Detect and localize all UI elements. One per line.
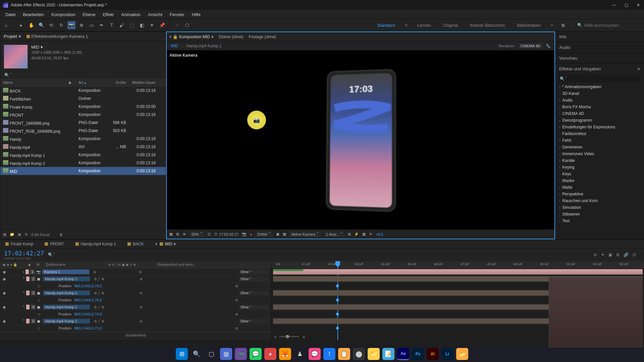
timeline-layer[interactable]: ◉˅2▣Handy.mp4 Komp 1⊛ ╱ ⊕⊚Ohne ˅ — [0, 276, 271, 283]
project-search-icon[interactable]: 🔍˅ — [3, 71, 13, 79]
effect-category[interactable]: ›Boris FX Mocha — [555, 104, 644, 110]
project-item[interactable]: Handy.mp4AVI... MB0:00:13:16 — [0, 143, 166, 151]
effect-category[interactable]: ›Rauschen und Korn — [555, 197, 644, 204]
project-list[interactable]: BACKKomposition0:00:13:16FarbflächenOrdn… — [0, 86, 166, 230]
layer-property[interactable]: ◇Position960,0,540,0,72,0⊚ — [0, 325, 271, 332]
layer-property[interactable]: ◇Position960,0,540,0,76,0⊚ — [0, 297, 271, 304]
tab-effect-controls[interactable]: Effekteinstellungen Kamera 1 — [26, 33, 89, 40]
tl-tool-3[interactable]: ▣ — [608, 252, 612, 257]
workspace-grid-icon[interactable]: ▦ — [561, 23, 565, 27]
menu-file[interactable]: Datei — [2, 11, 19, 18]
effect-category[interactable]: ›Fehlt — [555, 137, 644, 144]
effect-category[interactable]: ›Audio — [555, 97, 644, 104]
workspace-standard[interactable]: Standard — [375, 21, 397, 29]
effect-category[interactable]: ›Maske — [555, 177, 644, 184]
tab-project[interactable]: Projekt ≡ — [3, 33, 22, 40]
mask-icon[interactable]: 👁 — [182, 232, 186, 236]
panel-audio[interactable]: Audio — [555, 42, 644, 53]
timeline-layers[interactable]: ◉›1📷Kamera 1⊛ ⊚Ohne ˅◉˅2▣Handy.mp4 Komp … — [0, 268, 271, 332]
effect-category[interactable]: ›Einstellungen für Expressions — [555, 124, 644, 130]
effect-category[interactable]: ›Dienstprogramm — [555, 117, 644, 124]
project-item[interactable]: FarbflächenOrdner — [0, 95, 166, 103]
new-comp-icon[interactable]: ▣ — [18, 232, 21, 237]
selection-tool[interactable]: ▸ — [17, 21, 25, 29]
grid-icon[interactable]: ⊞ — [176, 232, 179, 236]
workspace-original[interactable]: Original — [441, 21, 460, 29]
effects-list[interactable]: ›* Animationsvorgaben›3D-Kanal›Audio›Bor… — [555, 83, 644, 239]
layer-property[interactable]: ◇Position960,0,540,0,78,0⊚ — [0, 283, 271, 290]
eraser-tool[interactable]: ◧ — [138, 21, 146, 29]
zoom-tool[interactable]: 🔍 — [37, 21, 45, 29]
current-timecode[interactable]: 17:02:42:27 — [4, 250, 44, 257]
renderer-settings-icon[interactable]: 🔧 — [546, 44, 550, 48]
effect-category[interactable]: ›Keys — [555, 171, 644, 177]
workspace-menu-icon[interactable]: ≡ — [405, 23, 407, 27]
timecode-display[interactable]: ⏱ 17:02:42:27 — [214, 232, 238, 236]
effect-category[interactable]: ›Farbkorrektur — [555, 130, 644, 137]
taskbar-app-7[interactable]: 📂 — [456, 348, 468, 360]
project-item[interactable]: BACKKomposition0:00:13:16 — [0, 86, 166, 95]
roto-tool[interactable]: ✦ — [148, 21, 156, 29]
breadcrumb-mid[interactable]: MID — [171, 44, 178, 48]
col-duration[interactable]: Medien-Dauer — [129, 80, 156, 85]
workspace-learn[interactable]: Lernen — [415, 21, 433, 29]
effect-category[interactable]: ›Kanäle — [555, 157, 644, 164]
taskbar-app-6[interactable]: 📝 — [382, 348, 394, 360]
snapshot-icon[interactable]: 📷 — [242, 232, 247, 236]
effect-category[interactable]: ›Matte — [555, 184, 644, 191]
effect-category[interactable]: ›Simulation — [555, 204, 644, 211]
project-item[interactable]: MIDKomposition0:00:13:16 — [0, 167, 166, 175]
effect-category[interactable]: ›Text — [555, 218, 644, 224]
trash-icon[interactable]: 🗑 — [59, 233, 63, 237]
views-dropdown[interactable]: 1 Ansi... ˅ — [324, 231, 344, 237]
tab-composition[interactable]: × 🔒 Komposition MID ≡ — [169, 35, 214, 39]
effect-category[interactable]: ›3D-Kanal — [555, 90, 644, 97]
help-search[interactable]: 🔍 — [573, 23, 638, 28]
taskbar-lightroom[interactable]: Lr — [441, 348, 453, 360]
time-ruler[interactable]: :14f41:14f42:14f43:14f44:14f45:14f46:14f… — [272, 261, 644, 268]
taskbar-explorer[interactable]: 📁 — [368, 348, 380, 360]
tab-footage[interactable]: Footage (ohne) — [249, 35, 276, 39]
timeline-layer[interactable]: ◉˅5▣Handy.mp4 Komp 1⊛ ╱ ⊕⊚Ohne ˅ — [0, 318, 271, 325]
project-item[interactable]: FRONT_RGB_1840886.pngPNG-Datei503 KB — [0, 127, 166, 135]
pen-tool[interactable]: ✒ — [98, 21, 106, 29]
layer-property[interactable]: ◇Position960,0,540,0,74,0⊚ — [0, 311, 271, 318]
tl-tool-6[interactable]: ⊡ — [633, 252, 636, 257]
alpha-icon[interactable]: ▦ — [169, 232, 173, 236]
workspace-small[interactable]: Kleiner Bildschirm — [468, 21, 507, 29]
project-item[interactable]: HandyKomposition0:00:13:16 — [0, 135, 166, 143]
project-item[interactable]: Finale KompKomposition0:00:10:00 — [0, 103, 166, 111]
effects-search[interactable]: 🔍˅ — [558, 75, 641, 82]
timeline-layer[interactable]: ◉˅4▣Handy.mp4 Komp 1⊛ ╱ ⊕⊚Ohne ˅ — [0, 304, 271, 311]
rect-tool[interactable]: ▭ — [88, 21, 96, 29]
effect-category[interactable]: ›Keying — [555, 164, 644, 171]
menu-layer[interactable]: Ebene — [79, 11, 99, 18]
tl-tool-1[interactable]: ⇄ — [594, 252, 597, 257]
hand-tool[interactable]: ✋ — [27, 21, 35, 29]
timeline-search-icon[interactable]: 🔍˅ — [48, 252, 55, 257]
project-item[interactable]: Handy.mp4 Komp 1Komposition0:00:13:16 — [0, 151, 166, 159]
adjust-icon[interactable]: ⚙ — [24, 232, 28, 237]
taskbar-app-2[interactable]: 📹 — [235, 348, 247, 360]
timeline-footer[interactable]: Schalter/Modi — [0, 332, 271, 339]
project-item[interactable]: Handy.mp4 Komp 2Komposition0:00:13:16 — [0, 159, 166, 167]
taskbar-app-3[interactable]: ● — [264, 348, 276, 360]
taskbar-taskview[interactable]: ▢ — [205, 348, 217, 360]
maximize-button[interactable]: ▢ — [623, 2, 629, 8]
taskbar-app-5[interactable]: 📋 — [338, 348, 350, 360]
menu-animation[interactable]: Animation — [118, 11, 144, 18]
menu-effect[interactable]: Effekt — [99, 11, 117, 18]
anchor-tool[interactable]: ⊕ — [77, 21, 86, 29]
timeline-layer[interactable]: ◉›1📷Kamera 1⊛ ⊚Ohne ˅ — [0, 268, 271, 276]
taskbar-photoshop[interactable]: Ps — [412, 348, 424, 360]
start-button[interactable]: ⊞ — [176, 348, 188, 360]
brush-tool[interactable]: 🖌 — [118, 21, 126, 29]
bpc-label[interactable]: 8-Bit-Kanal — [31, 233, 49, 237]
effect-category[interactable]: ›Generieren — [555, 144, 644, 150]
taskbar-messenger[interactable]: 💬 — [309, 348, 321, 360]
menu-help[interactable]: Hilfe — [189, 11, 204, 18]
exposure-icon[interactable]: ☀ — [369, 232, 372, 236]
effect-category[interactable]: ›CINEMA 4D — [555, 110, 644, 117]
col-tag[interactable]: ◆ — [68, 80, 78, 85]
resolution-dropdown[interactable]: Drittel ˅ — [256, 231, 273, 237]
